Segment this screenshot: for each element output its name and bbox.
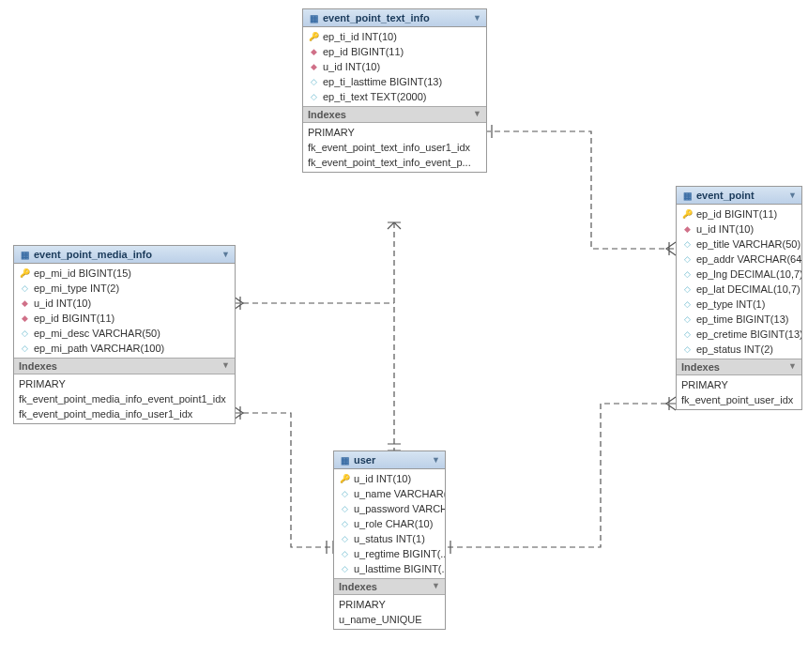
collapse-icon[interactable]: ▼: [788, 361, 797, 373]
collapse-icon[interactable]: ▼: [221, 360, 230, 372]
table-event-point-text-info[interactable]: ▦ event_point_text_info ▼ 🔑ep_ti_id INT(…: [302, 8, 487, 173]
table-user[interactable]: ▦ user ▼ 🔑u_id INT(10) ◇u_name VARCHAR(.…: [333, 451, 446, 630]
attr-icon: ◇: [19, 283, 30, 294]
pk-icon: 🔑: [339, 473, 350, 484]
columns-list: 🔑ep_id BIGINT(11) ◆u_id INT(10) ◇ep_titl…: [677, 205, 801, 359]
columns-list: 🔑u_id INT(10) ◇u_name VARCHAR(... ◇u_pas…: [334, 469, 445, 578]
indexes-label: Indexes: [339, 581, 377, 592]
pk-icon: 🔑: [308, 31, 319, 42]
column-label: u_name VARCHAR(...: [354, 488, 445, 499]
collapse-icon[interactable]: ▼: [432, 581, 440, 592]
fk-icon: ◆: [681, 223, 693, 235]
column-row[interactable]: ◇ep_mi_path VARCHAR(100): [14, 341, 235, 356]
table-title-bar[interactable]: ▦ event_point_text_info ▼: [303, 9, 486, 27]
attr-icon: ◇: [681, 298, 693, 310]
attr-icon: ◇: [681, 268, 693, 280]
column-row[interactable]: ◆ep_id BIGINT(11): [14, 311, 235, 326]
collapse-icon[interactable]: ▼: [788, 191, 797, 200]
column-row[interactable]: ◇ep_ti_text TEXT(2000): [303, 89, 486, 104]
table-title-bar[interactable]: ▦ event_point ▼: [677, 187, 801, 205]
table-event-point[interactable]: ▦ event_point ▼ 🔑ep_id BIGINT(11) ◆u_id …: [676, 186, 802, 410]
column-row[interactable]: ◇ep_lng DECIMAL(10,7): [677, 267, 801, 282]
attr-icon: ◇: [681, 344, 693, 355]
table-title: event_point: [696, 190, 755, 201]
index-row[interactable]: u_name_UNIQUE: [334, 612, 445, 627]
column-row[interactable]: ◇ep_type INT(1): [677, 297, 801, 312]
indexes-header[interactable]: Indexes▼: [334, 578, 445, 595]
attr-icon: ◇: [681, 328, 693, 340]
column-label: ep_ti_text TEXT(2000): [323, 91, 426, 102]
column-row[interactable]: ◇ep_lat DECIMAL(10,7): [677, 282, 801, 297]
column-label: ep_cretime BIGINT(13): [696, 328, 801, 340]
indexes-header[interactable]: Indexes▼: [14, 358, 235, 374]
column-label: u_role CHAR(10): [354, 518, 433, 529]
column-row[interactable]: ◇ep_mi_desc VARCHAR(50): [14, 326, 235, 341]
index-row[interactable]: fk_event_point_user_idx: [677, 392, 801, 407]
attr-icon: ◇: [681, 238, 693, 250]
table-title: event_point_media_info: [34, 249, 152, 260]
table-event-point-media-info[interactable]: ▦ event_point_media_info ▼ 🔑ep_mi_id BIG…: [13, 245, 236, 424]
column-label: u_lasttime BIGINT(...: [354, 563, 445, 574]
column-row[interactable]: ◇ep_status INT(2): [677, 342, 801, 357]
pk-icon: 🔑: [681, 208, 693, 220]
table-title-bar[interactable]: ▦ user ▼: [334, 451, 445, 469]
collapse-icon[interactable]: ▼: [221, 250, 230, 259]
column-row[interactable]: 🔑ep_id BIGINT(11): [677, 206, 801, 221]
fk-icon: ◆: [308, 46, 319, 57]
column-label: ep_lat DECIMAL(10,7): [696, 283, 800, 295]
column-label: ep_title VARCHAR(50): [696, 238, 800, 250]
fk-icon: ◆: [19, 313, 30, 324]
column-row[interactable]: ◇ep_title VARCHAR(50): [677, 237, 801, 252]
column-label: ep_mi_type INT(2): [34, 283, 119, 294]
column-row[interactable]: ◇u_status INT(1): [334, 531, 445, 546]
index-row[interactable]: PRIMARY: [303, 125, 486, 140]
column-label: u_password VARCH...: [354, 503, 445, 514]
attr-icon: ◇: [681, 313, 693, 325]
column-row[interactable]: ◆ep_id BIGINT(11): [303, 44, 486, 59]
indexes-list: PRIMARY fk_event_point_text_info_user1_i…: [303, 123, 486, 172]
index-row[interactable]: fk_event_point_text_info_event_p...: [303, 155, 486, 170]
index-row[interactable]: fk_event_point_media_info_user1_idx: [14, 406, 235, 421]
fk-icon: ◆: [308, 61, 319, 72]
index-row[interactable]: PRIMARY: [677, 377, 801, 392]
attr-icon: ◇: [339, 518, 350, 529]
column-row[interactable]: ◆u_id INT(10): [303, 59, 486, 74]
column-row[interactable]: ◇u_lasttime BIGINT(...: [334, 561, 445, 576]
column-row[interactable]: ◇u_name VARCHAR(...: [334, 486, 445, 501]
index-row[interactable]: fk_event_point_text_info_user1_idx: [303, 140, 486, 155]
attr-icon: ◇: [339, 563, 350, 574]
attr-icon: ◇: [339, 548, 350, 559]
column-label: ep_mi_id BIGINT(15): [34, 267, 131, 279]
column-label: ep_mi_path VARCHAR(100): [34, 343, 164, 354]
indexes-header[interactable]: Indexes▼: [303, 106, 486, 123]
column-row[interactable]: ◇u_role CHAR(10): [334, 516, 445, 531]
index-row[interactable]: PRIMARY: [334, 597, 445, 612]
table-title-bar[interactable]: ▦ event_point_media_info ▼: [14, 246, 235, 264]
collapse-icon[interactable]: ▼: [473, 109, 481, 120]
column-row[interactable]: ◇u_regtime BIGINT(...: [334, 546, 445, 561]
column-row[interactable]: 🔑u_id INT(10): [334, 471, 445, 486]
collapse-icon[interactable]: ▼: [473, 13, 481, 23]
table-icon: ▦: [19, 249, 30, 260]
column-row[interactable]: 🔑ep_ti_id INT(10): [303, 29, 486, 44]
column-row[interactable]: ◇ep_ti_lasttime BIGINT(13): [303, 74, 486, 89]
indexes-label: Indexes: [308, 109, 346, 120]
column-row[interactable]: ◇ep_addr VARCHAR(64): [677, 252, 801, 267]
column-label: ep_type INT(1): [696, 298, 765, 310]
column-row[interactable]: ◇ep_cretime BIGINT(13): [677, 327, 801, 342]
collapse-icon[interactable]: ▼: [432, 455, 440, 465]
table-icon: ▦: [339, 454, 350, 466]
column-row[interactable]: ◆u_id INT(10): [677, 221, 801, 237]
column-row[interactable]: ◆u_id INT(10): [14, 296, 235, 311]
column-label: ep_ti_id INT(10): [323, 31, 397, 42]
indexes-header[interactable]: Indexes▼: [677, 359, 801, 375]
column-row[interactable]: 🔑ep_mi_id BIGINT(15): [14, 266, 235, 281]
column-row[interactable]: ◇u_password VARCH...: [334, 501, 445, 516]
column-label: u_regtime BIGINT(...: [354, 548, 445, 559]
table-icon: ▦: [681, 190, 693, 201]
index-row[interactable]: PRIMARY: [14, 376, 235, 391]
index-row[interactable]: fk_event_point_media_info_event_point1_i…: [14, 391, 235, 406]
column-row[interactable]: ◇ep_mi_type INT(2): [14, 281, 235, 296]
table-title: event_point_text_info: [323, 12, 430, 23]
column-row[interactable]: ◇ep_time BIGINT(13): [677, 312, 801, 327]
